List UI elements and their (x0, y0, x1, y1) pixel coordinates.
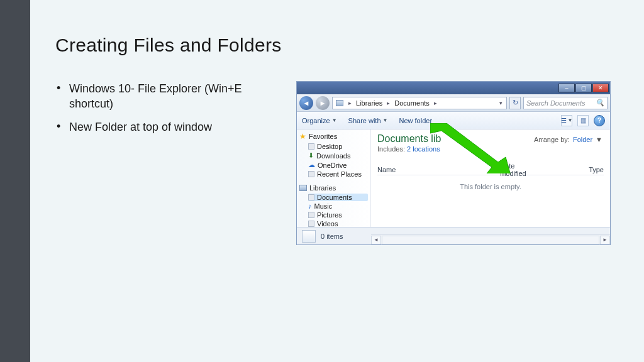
chevron-right-icon: ▸ (433, 100, 438, 106)
maximize-button[interactable]: ▢ (575, 84, 592, 92)
sidebar-item-downloads[interactable]: ⬇Downloads (308, 151, 368, 160)
slide-title: Creating Files and Folders (55, 35, 619, 56)
library-icon (335, 99, 344, 107)
organize-button[interactable]: Organize ▼ (302, 117, 337, 124)
address-bar[interactable]: ▸ Libraries ▸ Documents ▸ ▾ (332, 97, 507, 109)
breadcrumb-item[interactable]: Libraries (356, 99, 382, 107)
preview-pane-button[interactable]: ▥ (577, 115, 589, 126)
downloads-icon: ⬇ (308, 151, 314, 160)
new-folder-button[interactable]: New folder (399, 117, 432, 124)
nav-row: ◄ ► ▸ Libraries ▸ Documents ▸ ▾ ↻ Search… (297, 94, 610, 112)
sidebar-group-libraries[interactable]: Libraries (299, 184, 368, 192)
horizontal-scrollbar[interactable]: ◄ ► (371, 234, 610, 244)
sidebar-item-onedrive[interactable]: ☁OneDrive (308, 161, 368, 169)
chevron-down-icon: ▼ (332, 118, 337, 123)
sidebar-item-documents[interactable]: Documents (308, 194, 368, 201)
sidebar-item-pictures[interactable]: Pictures (308, 211, 368, 219)
sidebar-item-desktop[interactable]: Desktop (308, 143, 368, 150)
bullet-list: Windows 10- File Explorer (Win+E shortcu… (55, 81, 279, 245)
help-button[interactable]: ? (594, 115, 605, 126)
scroll-left-button[interactable]: ◄ (371, 236, 381, 244)
sidebar-item-videos[interactable]: Videos (308, 220, 368, 227)
chevron-down-icon: ▼ (596, 136, 602, 143)
explorer-window: – ▢ ✕ ◄ ► ▸ Libraries ▸ Documents ▸ ▾ (296, 81, 611, 245)
music-icon: ♪ (308, 202, 312, 210)
column-headers: Name Date modified Type (377, 164, 604, 175)
scroll-track[interactable] (382, 236, 599, 244)
chevron-down-icon: ▼ (383, 118, 388, 123)
star-icon: ★ (299, 132, 306, 141)
empty-folder-text: This folder is empty. (377, 183, 604, 190)
chevron-right-icon: ▸ (386, 100, 391, 106)
status-icon (302, 230, 316, 243)
slide: Creating Files and Folders Windows 10- F… (0, 0, 644, 362)
search-input[interactable]: Search Documents 🔍 (523, 97, 608, 109)
close-button[interactable]: ✕ (592, 84, 609, 92)
sidebar-group-favorites[interactable]: ★ Favorites (299, 132, 368, 141)
content-pane: Documents lib Includes: 2 locations Arra… (371, 129, 610, 227)
window-titlebar: – ▢ ✕ (297, 82, 610, 94)
search-placeholder: Search Documents (526, 99, 586, 107)
scroll-right-button[interactable]: ► (600, 236, 610, 244)
cloud-icon: ☁ (308, 161, 315, 169)
view-options-button[interactable]: ☰▼ (561, 115, 572, 126)
bullet-item: Windows 10- File Explorer (Win+E shortcu… (69, 81, 279, 112)
history-dropdown-icon[interactable]: ▾ (498, 100, 504, 106)
column-header-type[interactable]: Type (589, 166, 604, 173)
videos-icon (308, 221, 314, 227)
documents-icon (308, 194, 314, 200)
slide-accent-bar (0, 0, 30, 362)
slide-content: Creating Files and Folders Windows 10- F… (30, 0, 644, 362)
back-button[interactable]: ◄ (299, 96, 313, 110)
column-header-date[interactable]: Date modified (500, 162, 532, 177)
bullet-item: New Folder at top of window (69, 119, 279, 134)
explorer-main: ★ Favorites Desktop ⬇Downloads ☁OneDrive… (297, 129, 610, 227)
status-items-count: 0 items (321, 233, 343, 240)
libraries-icon (299, 185, 307, 191)
arrange-by[interactable]: Arrange by: Folder ▼ (534, 136, 602, 143)
slide-body: Windows 10- File Explorer (Win+E shortcu… (55, 81, 619, 245)
refresh-button[interactable]: ↻ (509, 97, 521, 109)
sidebar-item-music[interactable]: ♪Music (308, 202, 368, 210)
desktop-icon (308, 143, 314, 150)
includes-locations-link[interactable]: 2 locations (407, 145, 440, 153)
forward-button[interactable]: ► (316, 96, 330, 110)
search-icon: 🔍 (596, 99, 604, 107)
navigation-pane: ★ Favorites Desktop ⬇Downloads ☁OneDrive… (297, 129, 371, 227)
command-toolbar: Organize ▼ Share with ▼ New folder ☰▼ ▥ … (297, 112, 610, 129)
column-header-name[interactable]: Name (377, 166, 443, 173)
minimize-button[interactable]: – (558, 84, 575, 92)
chevron-right-icon: ▸ (347, 100, 353, 106)
share-with-button[interactable]: Share with ▼ (348, 117, 388, 124)
pictures-icon (308, 212, 314, 218)
recent-icon (308, 171, 314, 177)
sidebar-item-recent[interactable]: Recent Places (308, 170, 368, 178)
includes-row: Includes: 2 locations (377, 145, 604, 153)
breadcrumb-item[interactable]: Documents (394, 99, 430, 107)
